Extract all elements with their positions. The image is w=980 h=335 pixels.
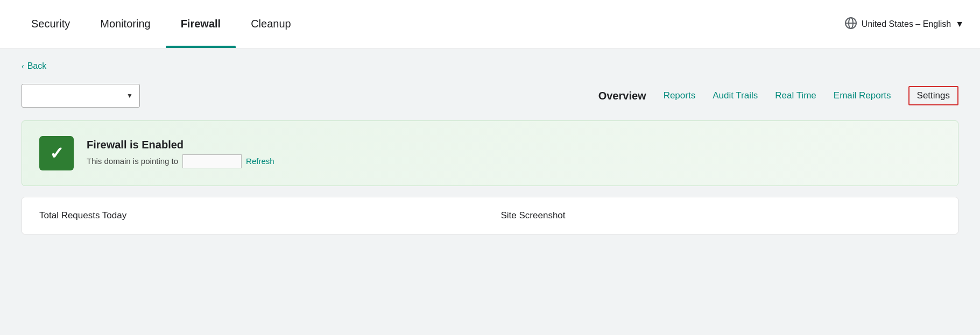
sub-nav-row: ▼ Overview Reports Audit Trails Real Tim… <box>22 84 958 108</box>
sub-nav-email-reports[interactable]: Email Reports <box>834 90 891 101</box>
back-label: Back <box>27 61 47 71</box>
globe-icon <box>844 17 857 32</box>
sub-nav-real-time[interactable]: Real Time <box>775 90 816 101</box>
sub-nav-audit-trails-label: Audit Trails <box>713 90 758 101</box>
nav-item-firewall[interactable]: Firewall <box>166 0 236 48</box>
sub-nav-real-time-label: Real Time <box>775 90 816 101</box>
site-screenshot-title: Site Screenshot <box>501 210 941 221</box>
language-label: United States – English <box>862 19 951 29</box>
sub-nav-settings-label: Settings <box>917 90 950 101</box>
nav-label-monitoring: Monitoring <box>100 18 150 30</box>
nav-label-cleanup: Cleanup <box>251 18 291 30</box>
sub-nav-settings[interactable]: Settings <box>908 86 958 105</box>
domain-value-box <box>182 154 242 168</box>
sub-nav-overview[interactable]: Overview <box>598 90 646 102</box>
refresh-button[interactable]: Refresh <box>246 156 274 166</box>
nav-item-cleanup[interactable]: Cleanup <box>236 0 306 48</box>
sub-nav-overview-label: Overview <box>598 90 646 102</box>
checkmark-icon: ✓ <box>50 143 64 163</box>
chevron-down-icon: ▼ <box>955 19 964 29</box>
nav-item-monitoring[interactable]: Monitoring <box>85 0 165 48</box>
sub-nav-reports-label: Reports <box>664 90 696 101</box>
bottom-card: Total Requests Today Site Screenshot <box>22 197 958 234</box>
nav-items: Security Monitoring Firewall Cleanup <box>16 0 306 48</box>
site-selector[interactable]: ▼ <box>22 84 140 108</box>
subtitle-prefix: This domain is pointing to <box>87 156 178 166</box>
status-info: Firewall is Enabled This domain is point… <box>87 139 274 168</box>
nav-item-security[interactable]: Security <box>16 0 85 48</box>
sub-nav-links: Overview Reports Audit Trails Real Time … <box>598 86 958 105</box>
total-requests-title: Total Requests Today <box>39 210 480 221</box>
main-content: ‹ Back ▼ Overview Reports Audit Trails R… <box>0 48 980 245</box>
status-card: ✓ Firewall is Enabled This domain is poi… <box>22 120 958 186</box>
status-icon-box: ✓ <box>39 136 74 170</box>
language-selector[interactable]: United States – English ▼ <box>844 0 964 48</box>
sub-nav-email-reports-label: Email Reports <box>834 90 891 101</box>
status-title: Firewall is Enabled <box>87 139 274 151</box>
nav-label-firewall: Firewall <box>181 18 221 30</box>
site-selector-chevron-icon: ▼ <box>126 92 133 99</box>
top-nav: Security Monitoring Firewall Cleanup Uni… <box>0 0 980 48</box>
site-screenshot-section: Site Screenshot <box>501 210 941 221</box>
sub-nav-audit-trails[interactable]: Audit Trails <box>713 90 758 101</box>
sub-nav-reports[interactable]: Reports <box>664 90 696 101</box>
back-button[interactable]: ‹ Back <box>22 59 46 73</box>
back-chevron-icon: ‹ <box>22 62 24 70</box>
status-subtitle: This domain is pointing to Refresh <box>87 154 274 168</box>
total-requests-section: Total Requests Today <box>39 210 480 221</box>
nav-label-security: Security <box>31 18 70 30</box>
